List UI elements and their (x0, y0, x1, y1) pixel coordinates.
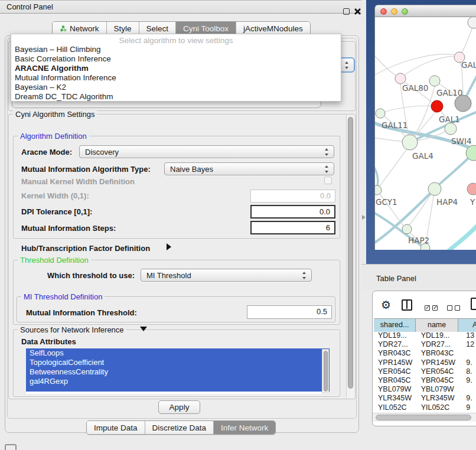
kernel-width-field[interactable]: 0.0 (250, 190, 335, 203)
tab-label: Discretize Data (152, 423, 207, 432)
mi-type-value: Naive Bayes (170, 165, 213, 174)
network-canvas[interactable]: GALGAL80GAL10GAL1GAL11SWI4GAL4GCY1HAP4YH… (374, 17, 476, 250)
panel-splitter-handle[interactable] (362, 215, 366, 220)
attributes-scrollbar-thumb[interactable] (324, 351, 328, 392)
mi-type-label: Mutual Information Algorithm Type: (21, 165, 151, 174)
tab-discretize-data[interactable]: Discretize Data (145, 421, 214, 434)
tab-jactivemnodules[interactable]: jActiveMNodules (236, 22, 310, 35)
show-columns-icon[interactable] (425, 304, 440, 312)
network-node[interactable] (445, 123, 457, 135)
network-window-titlebar[interactable] (374, 5, 476, 17)
network-node[interactable] (402, 135, 418, 150)
table-cell: YBL079W (418, 385, 463, 394)
tab-style[interactable]: Style (107, 22, 139, 35)
close-panel-icon[interactable] (354, 8, 360, 15)
table-cell: YBR043C (374, 349, 418, 358)
network-edge[interactable] (448, 223, 476, 250)
aracne-mode-value: Discovery (85, 148, 119, 156)
attribute-item[interactable]: TopologicalCoefficient (26, 358, 330, 367)
kernel-width-label: Kernel Width (0,1): (21, 191, 89, 200)
algorithm-option[interactable]: Dream8 DC_TDC Algorithm (11, 92, 341, 102)
tab-cyni-toolbox[interactable]: Cyni Toolbox (176, 22, 236, 35)
mi-type-combobox[interactable]: Naive Bayes (164, 162, 334, 175)
algorithm-dropdown-popup: Select algorithm to view settings Bayesi… (11, 34, 341, 102)
dpi-tolerance-field[interactable]: 0.0 (250, 205, 335, 219)
window-close-icon[interactable] (380, 8, 387, 15)
gear-icon[interactable]: ⚙ (381, 298, 391, 311)
split-columns-icon[interactable] (402, 299, 412, 311)
stepper-arrows-icon (302, 272, 307, 279)
table-row[interactable]: YPR145WYPR145W9. (374, 358, 476, 367)
window-zoom-icon[interactable] (402, 8, 408, 15)
algorithm-option[interactable]: Bayesian – K2 (11, 83, 341, 92)
algorithm-option[interactable]: Bayesian – Hill Climbing (11, 45, 341, 54)
collapse-down-icon[interactable] (140, 327, 147, 331)
network-edge[interactable] (377, 148, 407, 190)
column-header[interactable]: A (458, 319, 476, 332)
attribute-item[interactable]: BetweennessCentrality (26, 367, 330, 377)
network-node[interactable] (429, 76, 440, 86)
tab-infer-network[interactable]: Infer Network (214, 421, 275, 434)
tab-label: Cyni Toolbox (183, 24, 229, 33)
network-edge[interactable] (400, 56, 455, 79)
expand-right-icon[interactable] (167, 243, 171, 250)
network-node[interactable] (431, 100, 443, 112)
table-row[interactable]: YIL052CYIL052C9 (374, 403, 476, 412)
table-row[interactable]: YBL079WYBL079W (374, 385, 476, 394)
network-node[interactable] (468, 17, 476, 28)
manual-kernel-checkbox[interactable] (324, 177, 332, 184)
table-row[interactable]: YBR045CYBR045C9. (374, 376, 476, 385)
window-minimize-icon[interactable] (391, 8, 397, 15)
column-header[interactable]: name (416, 319, 458, 332)
network-node[interactable] (375, 185, 382, 195)
tab-impute-data[interactable]: Impute Data (87, 421, 145, 434)
attribute-item[interactable]: SelfLoops (26, 348, 330, 358)
network-node[interactable] (395, 73, 406, 84)
network-node[interactable] (402, 224, 412, 234)
settings-scrollbar[interactable] (346, 115, 354, 398)
network-node[interactable] (467, 183, 476, 195)
attribute-item[interactable]: gal4RGexp (26, 377, 330, 386)
table-hscrollbar-thumb[interactable] (376, 415, 471, 420)
dock-panel-icon[interactable] (5, 444, 17, 450)
network-node[interactable] (420, 243, 430, 250)
table-row[interactable]: YBR043CYBR043C (374, 349, 476, 358)
attribute-item-partial (26, 386, 330, 392)
attributes-scrollbar[interactable] (322, 349, 329, 393)
network-edge[interactable] (380, 106, 432, 113)
data-attributes-list[interactable]: SelfLoopsTopologicalCoefficientBetweenne… (26, 348, 330, 394)
network-node[interactable] (428, 182, 441, 195)
table-hscrollbar[interactable] (373, 413, 476, 422)
algorithm-option[interactable]: Basic Correlation Inference (11, 54, 341, 64)
network-node[interactable] (376, 109, 385, 118)
hub-definition-label: Hub/Transcription Factor Definition (21, 244, 150, 253)
tab-select[interactable]: Select (139, 22, 177, 35)
network-node[interactable] (455, 95, 471, 112)
new-table-icon[interactable] (471, 298, 476, 310)
table-cell: 9 (462, 403, 476, 412)
stepper-arrows-icon (345, 61, 349, 69)
algorithm-option[interactable]: Mutual Information Inference (11, 73, 341, 83)
settings-scrollbar-thumb[interactable] (348, 117, 353, 389)
table-row[interactable]: YDL19...YDL19...13 (374, 331, 476, 340)
tab-network[interactable]: Network (53, 22, 107, 35)
tab-label: Style (114, 24, 132, 33)
aracne-mode-combobox[interactable]: Discovery (79, 145, 334, 158)
table-row[interactable]: YDR27...YDR27...12 (374, 340, 476, 349)
algorithm-options-list: Bayesian – Hill ClimbingBasic Correlatio… (11, 45, 341, 102)
table-cell: YDL19... (374, 331, 418, 340)
tab-label: jActiveMNodules (243, 24, 303, 33)
table-row[interactable]: YLR345WYLR345W9. (374, 394, 476, 403)
network-edge[interactable] (377, 190, 403, 226)
float-panel-icon[interactable] (343, 8, 350, 15)
mi-threshold-field[interactable]: 0.5 (247, 305, 332, 319)
table-body: YDL19...YDL19...13YDR27...YDR27...12YBR0… (374, 331, 476, 412)
which-threshold-combobox[interactable]: MI Threshold (141, 269, 312, 282)
algorithm-option[interactable]: ARACNE Algorithm (11, 64, 341, 73)
table-panel-title: Table Panel (376, 274, 416, 283)
column-header[interactable]: shared... (374, 319, 416, 332)
apply-button[interactable]: Apply (158, 400, 200, 414)
hide-columns-icon[interactable] (447, 304, 462, 312)
table-row[interactable]: YER054CYER054C8. (374, 367, 476, 376)
mi-steps-field[interactable]: 6 (250, 221, 335, 234)
